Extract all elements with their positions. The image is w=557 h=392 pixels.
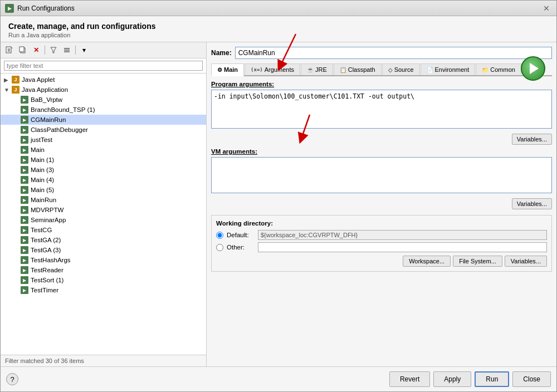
- header-title: Create, manage, and run configurations: [8, 22, 549, 31]
- menu-button[interactable]: ▾: [78, 44, 90, 56]
- config-label: TestCG: [31, 227, 52, 233]
- dialog-icon: ▶: [5, 4, 14, 13]
- revert-button[interactable]: Revert: [389, 371, 430, 387]
- config-label: Main (3): [31, 166, 54, 173]
- default-radio[interactable]: [216, 232, 223, 239]
- config-label: Main (4): [31, 177, 54, 183]
- new-config-button[interactable]: [3, 44, 16, 56]
- list-item[interactable]: ▶ TestReader: [1, 265, 206, 275]
- vm-args-input[interactable]: [211, 157, 552, 193]
- other-radio[interactable]: [216, 244, 223, 251]
- run-config-icon: ▶: [21, 136, 28, 144]
- separator-1: [45, 46, 45, 55]
- tab-source-label: Source: [394, 66, 414, 73]
- list-item-selected[interactable]: ▶ CGMainRun: [1, 115, 206, 125]
- list-item[interactable]: ▶ ClassPathDebugger: [1, 125, 206, 135]
- duplicate-config-button[interactable]: [17, 44, 29, 56]
- list-item[interactable]: ▶ BranchBound_TSP (1): [1, 105, 206, 115]
- sidebar-item-java-applet[interactable]: ▶ J Java Applet: [1, 75, 206, 85]
- list-item[interactable]: ▶ TestHashArgs: [1, 255, 206, 265]
- run-config-icon: ▶: [21, 186, 28, 194]
- tabs: ⚙ Main (x=) Arguments ☕ JRE 📋 Classpath …: [211, 63, 552, 76]
- filter-button[interactable]: [47, 44, 60, 56]
- tab-arguments[interactable]: (x=) Arguments: [245, 63, 300, 75]
- run-button[interactable]: Run: [475, 371, 509, 387]
- tab-common[interactable]: 📁 Common: [476, 63, 521, 75]
- list-item[interactable]: ▶ TestSort (1): [1, 275, 206, 285]
- java-applet-label: Java Applet: [22, 76, 55, 83]
- config-label: MainRun: [31, 197, 56, 203]
- other-dir-input[interactable]: [258, 242, 547, 252]
- run-config-icon: ▶: [21, 96, 28, 104]
- list-item[interactable]: ▶ TestGA (2): [1, 235, 206, 245]
- name-input[interactable]: [235, 47, 552, 59]
- list-item[interactable]: ▶ BaB_Vrptw: [1, 95, 206, 105]
- tab-environment[interactable]: 📄 Environment: [421, 63, 476, 75]
- default-dir-input: [258, 230, 547, 240]
- dir-variables-button[interactable]: Variables...: [505, 256, 547, 267]
- list-item[interactable]: ▶ TestTimer: [1, 285, 206, 295]
- run-config-icon: ▶: [21, 126, 28, 134]
- tab-source[interactable]: ◇ Source: [382, 63, 420, 75]
- filter-input[interactable]: [4, 61, 203, 71]
- program-args-input[interactable]: [211, 90, 552, 129]
- list-item[interactable]: ▶ Main (3): [1, 165, 206, 175]
- close-button[interactable]: Close: [512, 371, 551, 387]
- list-item[interactable]: ▶ SeminarApp: [1, 215, 206, 225]
- workspace-button[interactable]: Workspace...: [403, 256, 451, 267]
- common-tab-icon: 📁: [482, 67, 488, 73]
- config-label: TestReader: [31, 267, 63, 273]
- title-bar: ▶ Run Configurations ✕: [1, 1, 556, 16]
- arguments-tab-icon: (x=): [251, 67, 263, 72]
- config-label: MDVRPTW: [31, 207, 63, 213]
- header-area: Create, manage, and run configurations R…: [1, 16, 556, 42]
- apply-button[interactable]: Apply: [433, 371, 471, 387]
- config-label: CGMainRun: [31, 116, 66, 123]
- run-configurations-dialog: ▶ Run Configurations ✕ Create, manage, a…: [0, 0, 557, 392]
- list-item[interactable]: ▶ Main (1): [1, 155, 206, 165]
- delete-config-button[interactable]: ✕: [30, 44, 42, 56]
- source-tab-icon: ◇: [388, 67, 393, 73]
- run-config-icon: ▶: [21, 236, 28, 244]
- run-config-icon: ▶: [21, 276, 28, 284]
- list-item[interactable]: ▶ justTest: [1, 135, 206, 145]
- list-item[interactable]: ▶ MainRun: [1, 195, 206, 205]
- list-item[interactable]: ▶ TestGA (3): [1, 245, 206, 255]
- program-variables-button[interactable]: Variables...: [512, 134, 552, 145]
- chevron-right-icon: ▶: [4, 77, 9, 83]
- run-config-icon: ▶: [21, 256, 28, 264]
- title-bar-left: ▶ Run Configurations: [5, 4, 75, 13]
- list-item[interactable]: ▶ Main (5): [1, 185, 206, 195]
- vm-variables-button[interactable]: Variables...: [512, 198, 552, 209]
- tab-main-label: Main: [224, 66, 238, 73]
- tree-area[interactable]: ▶ J Java Applet ▼ J Java Application ▶ B…: [1, 74, 206, 355]
- run-config-icon: ▶: [21, 226, 28, 234]
- tab-environment-label: Environment: [435, 66, 470, 73]
- config-label: TestHashArgs: [31, 257, 71, 263]
- list-item[interactable]: ▶ Main (4): [1, 175, 206, 185]
- help-button[interactable]: ?: [6, 373, 18, 385]
- classpath-tab-icon: 📋: [340, 67, 346, 73]
- list-item[interactable]: ▶ MDVRPTW: [1, 205, 206, 215]
- sidebar-item-java-application[interactable]: ▼ J Java Application: [1, 85, 206, 95]
- environment-tab-icon: 📄: [427, 67, 433, 73]
- java-applet-icon: J: [12, 76, 19, 84]
- list-item[interactable]: ▶ TestCG: [1, 225, 206, 235]
- svg-rect-6: [19, 47, 24, 52]
- collapse-all-button[interactable]: [61, 44, 73, 56]
- left-panel: ✕ ▾ ▶ J Java Ap: [1, 42, 207, 366]
- close-icon[interactable]: ✕: [541, 3, 552, 14]
- list-item[interactable]: ▶ Main: [1, 145, 206, 155]
- config-label: Main (5): [31, 187, 54, 193]
- tab-jre[interactable]: ☕ JRE: [301, 63, 333, 75]
- run-large-button[interactable]: [521, 56, 545, 81]
- run-config-icon: ▶: [21, 156, 28, 164]
- tab-main[interactable]: ⚙ Main: [211, 63, 244, 76]
- svg-marker-7: [51, 47, 56, 53]
- separator-2: [75, 46, 76, 55]
- run-config-icon: ▶: [21, 106, 28, 114]
- config-label: Main: [31, 146, 45, 153]
- file-system-button[interactable]: File System...: [453, 256, 502, 267]
- tab-arguments-label: Arguments: [265, 66, 294, 73]
- tab-classpath[interactable]: 📋 Classpath: [334, 63, 382, 75]
